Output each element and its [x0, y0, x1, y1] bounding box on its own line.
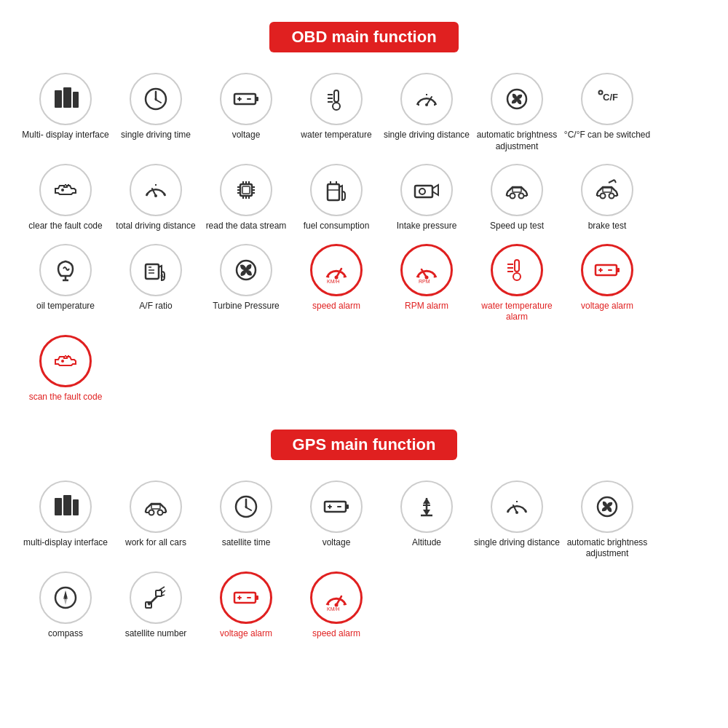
compass-circle: [39, 571, 92, 624]
gps-title: GPS main function: [271, 430, 458, 460]
svg-point-28: [154, 194, 157, 197]
svg-line-129: [160, 595, 165, 596]
svg-rect-93: [73, 499, 79, 515]
svg-rect-104: [346, 505, 349, 509]
battery-circle: [310, 480, 363, 533]
icon-item: Speed up test: [473, 164, 561, 232]
turbine-circle: [220, 244, 272, 296]
gauge-label: single driving distance: [474, 537, 560, 549]
svg-line-139: [328, 604, 329, 605]
svg-line-5: [156, 100, 161, 103]
icon-item: total driving distance: [112, 164, 199, 232]
icon-item: KM/Hspeed alarm: [293, 244, 380, 323]
icon-item: satellite time: [202, 480, 290, 560]
icon-item: Multi- display interface: [22, 73, 109, 152]
engine-check-circle: [39, 164, 92, 216]
car-gps-circle: [130, 480, 182, 533]
multi-display-circle: [39, 73, 92, 125]
fan-label: automatic brightness adjustment: [473, 130, 561, 152]
af-ratio-circle: [130, 244, 182, 296]
car-brake-label: brake test: [588, 221, 627, 232]
speedometer-label: single driving distance: [384, 130, 470, 141]
turbine-label: Turbine Pressure: [213, 301, 280, 312]
svg-point-130: [148, 602, 150, 604]
car-gps-label: work for all cars: [125, 537, 186, 549]
svg-rect-62: [603, 188, 612, 192]
clock-circle: [220, 480, 272, 533]
fan-circle: [491, 73, 543, 125]
gauge-label: total driving distance: [116, 221, 195, 232]
svg-line-124: [149, 596, 157, 605]
icon-item: brake test: [563, 164, 651, 232]
icon-item: voltage: [293, 480, 380, 560]
icon-item: water temperature alarm: [473, 244, 561, 323]
altitude-circle: [400, 480, 453, 533]
obd-section: OBD main function Multi- display interfa…: [15, 15, 713, 408]
icon-item: automatic brightness adjustment: [563, 480, 651, 560]
icon-item: single driving distance: [473, 480, 561, 560]
icon-item: scan the fault code: [22, 335, 109, 403]
water-temp-label: water temperature: [301, 130, 371, 141]
car-speed-circle: [491, 164, 543, 216]
svg-point-52: [419, 189, 425, 194]
svg-line-140: [344, 604, 345, 605]
svg-point-90: [61, 360, 64, 363]
svg-point-6: [155, 98, 157, 100]
svg-line-74: [344, 276, 345, 277]
car-brake-circle: [581, 164, 633, 216]
clock-label: single driving time: [121, 130, 191, 141]
altitude-label: Altitude: [412, 537, 441, 549]
svg-point-102: [245, 505, 248, 507]
svg-line-30: [164, 194, 165, 195]
svg-rect-126: [156, 590, 162, 596]
camera-label: Intake pressure: [397, 221, 457, 232]
svg-rect-50: [415, 186, 432, 197]
svg-rect-8: [256, 97, 258, 101]
svg-rect-132: [256, 596, 258, 600]
multi-display-label: multi-display interface: [23, 537, 108, 549]
oil-temp-label: oil temperature: [36, 301, 95, 312]
speed-alarm-label: speed alarm: [312, 301, 360, 312]
water-temp-alarm-label: water temperature alarm: [473, 301, 561, 323]
svg-line-79: [434, 276, 435, 277]
svg-line-78: [418, 276, 419, 277]
icon-item: C/F°C/°F can be switched: [563, 73, 651, 152]
icon-item: satellite number: [112, 571, 199, 640]
icon-item: Intake pressure: [383, 164, 470, 232]
icon-item: work for all cars: [112, 480, 199, 560]
speed-alarm-label: speed alarm: [312, 628, 360, 640]
svg-text:KM/H: KM/H: [327, 279, 340, 284]
gps-section: GPS main function multi-display interfac…: [15, 422, 713, 644]
svg-text:RPM: RPM: [419, 279, 430, 284]
fuel-circle: [310, 164, 363, 216]
chip-label: read the data stream: [206, 221, 287, 232]
icon-item: voltage alarm: [202, 571, 290, 640]
svg-marker-111: [423, 498, 430, 504]
icon-item: A/F ratio: [112, 244, 199, 323]
svg-line-63: [609, 180, 614, 183]
svg-point-13: [333, 103, 340, 110]
cf-circle: C/F: [581, 73, 633, 125]
svg-rect-33: [242, 186, 250, 194]
icon-item: RPMRPM alarm: [383, 244, 470, 323]
svg-rect-80: [515, 260, 519, 272]
icon-item: fuel consumption: [293, 164, 380, 232]
camera-circle: [400, 164, 453, 216]
water-temp-alarm-circle: [491, 244, 543, 296]
speed-alarm-circle: KM/H: [310, 571, 363, 624]
svg-point-58: [601, 194, 606, 199]
icon-item: Altitude: [383, 480, 470, 560]
icon-item: multi-display interface: [22, 480, 109, 560]
water-temp-circle: [310, 73, 363, 125]
icon-item: compass: [22, 571, 109, 640]
svg-point-94: [149, 510, 154, 515]
svg-point-54: [519, 194, 524, 199]
voltage-alarm-label: voltage alarm: [581, 301, 633, 312]
icon-item: clear the fault code: [22, 164, 109, 232]
car-speed-label: Speed up test: [490, 221, 544, 232]
cf-label: °C/°F can be switched: [564, 130, 650, 141]
satellite-num-circle: [130, 571, 182, 624]
voltage-alarm-circle: [220, 571, 272, 624]
icon-item: read the data stream: [202, 164, 290, 232]
icon-item: oil temperature: [22, 244, 109, 323]
